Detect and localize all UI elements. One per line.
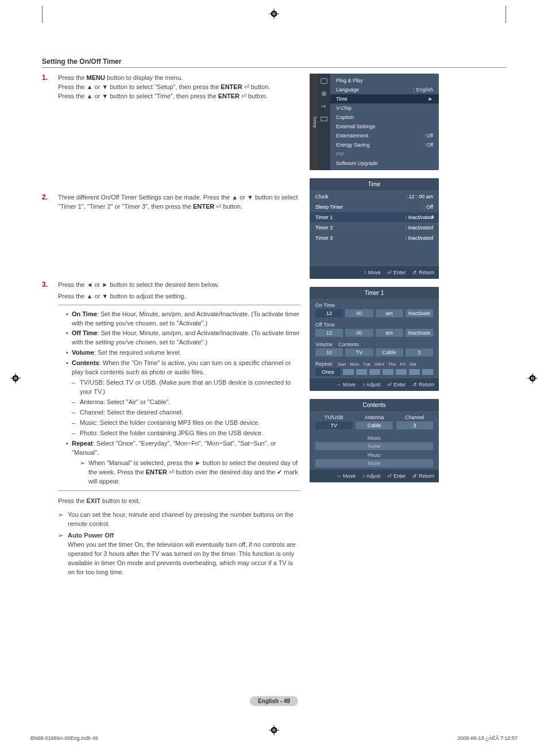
- registration-mark-icon: [10, 373, 21, 383]
- day-label: Sat: [410, 362, 416, 367]
- text: Music: Select the folder containing MP3 …: [72, 419, 300, 428]
- text: button.: [246, 93, 268, 99]
- hint-move: ↔ Move: [336, 473, 356, 479]
- text: Antenna: Select "Air" or "Cable".: [72, 398, 300, 407]
- text: : When the "On Time" is active, you can …: [72, 359, 291, 375]
- day-checkbox: [422, 369, 433, 375]
- osd-title: Time: [310, 178, 439, 190]
- enter-icon: ⏎: [242, 83, 249, 90]
- label-repeat: Repeat SunMonTueWedThuFriSat: [310, 359, 439, 368]
- menu-item: Energy Saving: Off: [330, 140, 439, 149]
- day-label: Mon: [350, 362, 359, 367]
- repeat-value: Once: [315, 368, 341, 376]
- contents-column: Channel3: [396, 415, 433, 429]
- menu-item: Plug & Play: [330, 76, 439, 85]
- page-footer-badge: English - 49: [250, 697, 298, 704]
- hint-enter: ⏎ Enter: [387, 382, 406, 387]
- enter-icon: ⏎: [214, 203, 221, 210]
- step-1: 1. Press the MENU button to display the …: [42, 74, 300, 101]
- svg-rect-19: [321, 117, 327, 121]
- day-checkbox: [396, 369, 407, 375]
- contents-column: TV/USBTV: [315, 415, 352, 429]
- menu-item: Language: English: [330, 85, 439, 94]
- value-photo: None: [315, 459, 433, 467]
- text: Auto Power OffWhen you set the timer On,…: [68, 531, 300, 577]
- application-icon: [320, 115, 328, 123]
- osd-contents: Contents TV/USBTVAntennaCableChannel3 Mu…: [310, 399, 439, 482]
- text: Press the ◄ or ► button to select the de…: [58, 281, 300, 290]
- osd-timer1: Timer 1 On Time 1200amInactivate Off Tim…: [310, 287, 439, 391]
- step-body: Press the MENU button to display the men…: [58, 74, 300, 101]
- value-music: None: [315, 442, 433, 450]
- menu-item: External Settings: [330, 122, 439, 131]
- enter-icon: ⏎: [167, 469, 176, 475]
- hint-move: ↕ Move: [364, 270, 380, 275]
- registration-mark-icon: [269, 9, 279, 19]
- day-checkbox: [356, 369, 367, 375]
- day-label: Fri: [400, 362, 405, 367]
- exit-line: Press the EXIT button to exit.: [58, 497, 300, 506]
- day-checkbox: [343, 369, 354, 375]
- text: Press the ▲ or ▼ button to select "Time"…: [58, 93, 218, 99]
- svg-rect-16: [321, 79, 327, 84]
- field-value: 12: [315, 329, 343, 337]
- section-heading: Setting the On/Off Timer: [42, 57, 506, 68]
- text: button to display the menu.: [105, 74, 183, 81]
- text: Press the ▲ or ▼ button to adjust the se…: [58, 292, 300, 301]
- text: Channel: Select the desired channel.: [72, 408, 300, 417]
- hint-return: ↺ Return: [412, 473, 434, 479]
- note-chevron-icon: ➢: [58, 531, 63, 577]
- menu-item: Timer 3: Inactivated: [310, 233, 439, 243]
- field-value: Cable: [376, 348, 403, 356]
- day-label: Thu: [388, 362, 396, 367]
- menu-item: V-Chip: [330, 103, 439, 113]
- text: : Set the required volume level.: [94, 349, 182, 356]
- step-3: 3. Press the ◄ or ► button to select the…: [42, 281, 300, 492]
- text: button.: [249, 83, 271, 90]
- osd-side-label: Setup: [310, 74, 318, 170]
- step-number: 1.: [42, 74, 52, 101]
- svg-point-18: [323, 93, 325, 95]
- hint-adjust: ↕ Adjust: [362, 473, 381, 479]
- menu-item: Clock: 12 : 00 am: [310, 191, 439, 202]
- doc-footer-right: 2008-06-13 ¿ÀÈÄ 7:12:57: [457, 735, 518, 741]
- label-off-time: Off Time: [310, 320, 439, 329]
- hint-return: ↺ Return: [412, 382, 434, 387]
- text: TV/USB: Select TV or USB. (Make sure tha…: [72, 378, 300, 397]
- text: ENTER: [221, 83, 242, 90]
- text: button.: [221, 203, 242, 210]
- menu-item: PIP: [330, 149, 439, 159]
- osd-title: Contents: [310, 399, 439, 411]
- text: ENTER: [218, 93, 240, 99]
- label-music: Music: [315, 435, 433, 441]
- label-on-time: On Time: [72, 310, 97, 317]
- hint-enter: ⏎ Enter: [387, 270, 406, 275]
- menu-item: Sleep Timer: Off: [310, 202, 439, 212]
- hint-move: ↔ Move: [336, 382, 356, 387]
- input-icon: [320, 102, 328, 110]
- menu-item: Time►: [330, 94, 439, 103]
- label-repeat: Repeat: [72, 440, 93, 447]
- hint-adjust: ↕ Adjust: [362, 382, 381, 387]
- field-value: 12: [315, 309, 343, 317]
- doc-footer-left: BN68-01669A-00Eng.indb 49: [30, 735, 98, 741]
- field-value: Inactivate: [406, 329, 433, 337]
- contents-column: AntennaCable: [356, 415, 392, 429]
- menu-item: Caption: [330, 113, 439, 122]
- enter-icon: ⏎: [240, 93, 246, 99]
- menu-item: Timer 2: Inactivated: [310, 222, 439, 233]
- gear-icon: [320, 90, 328, 98]
- label-contents: Contents: [72, 359, 99, 366]
- text: : Set the Hour, Minute, am/pm, and Activ…: [72, 310, 299, 327]
- text: : Set the Hour, Minute, am/pm, and Activ…: [72, 329, 300, 346]
- text: : Select "Once", "Everyday", "Mon~Fri", …: [72, 440, 276, 456]
- label-vol-con: Volume Contents: [310, 339, 439, 348]
- field-value: 00: [345, 329, 373, 337]
- field-value: 00: [345, 309, 373, 317]
- note-chevron-icon: ➢: [58, 511, 63, 529]
- hint-enter: ⏎ Enter: [387, 473, 406, 479]
- text: When "Manual" is selected, press the ► b…: [88, 459, 300, 486]
- text: Press the ▲ or ▼ button to select "Setup…: [58, 83, 221, 90]
- day-label: Wed: [375, 362, 384, 367]
- label-photo: Photo: [315, 452, 433, 458]
